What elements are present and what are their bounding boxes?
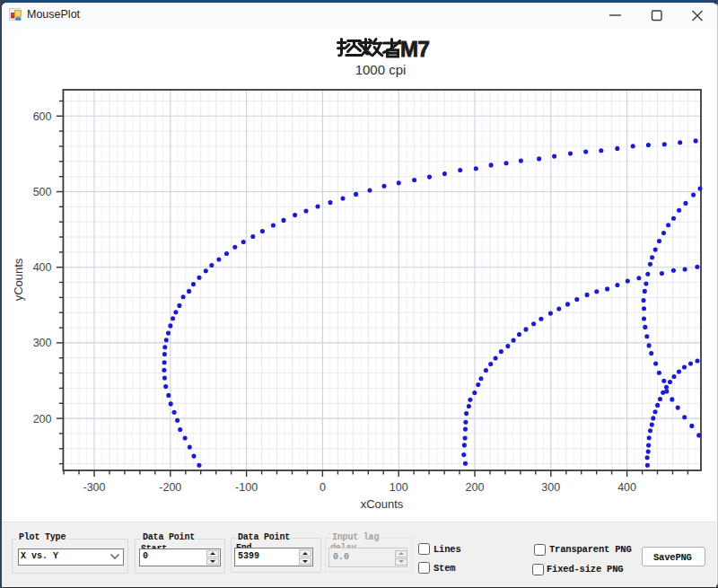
svg-text:M7: M7 [400, 37, 429, 61]
svg-text:300: 300 [541, 481, 560, 494]
svg-text:xCounts: xCounts [361, 497, 404, 511]
svg-text:-200: -200 [159, 481, 181, 494]
svg-text:100: 100 [390, 481, 408, 494]
svg-text:600: 600 [33, 110, 52, 123]
svg-text:200: 200 [466, 481, 485, 494]
svg-text:1000 cpi: 1000 cpi [355, 62, 407, 77]
svg-text:300: 300 [33, 337, 52, 349]
svg-text:-300: -300 [83, 481, 105, 494]
svg-text:200: 200 [33, 413, 52, 426]
svg-text:-100: -100 [235, 481, 258, 494]
svg-text:yCounts: yCounts [12, 258, 25, 301]
svg-text:0: 0 [320, 481, 326, 494]
svg-text:400: 400 [33, 261, 52, 274]
svg-text:400: 400 [617, 481, 636, 494]
svg-text:500: 500 [33, 186, 52, 198]
